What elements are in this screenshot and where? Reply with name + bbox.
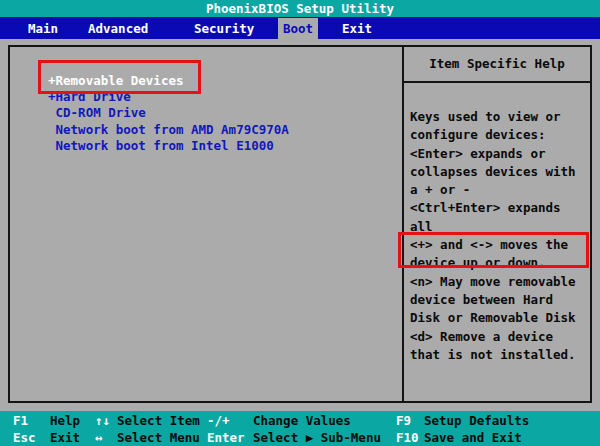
- help-line: collapses devices with: [410, 163, 588, 181]
- boot-item-removable-devices[interactable]: +Removable Devices: [48, 73, 289, 89]
- key-legend-row-2: Esc Exit ↔ Select Menu Enter Select ▶ Su…: [0, 429, 600, 446]
- boot-item-network-intel[interactable]: Network boot from Intel E1000: [48, 138, 289, 154]
- help-line-move-up: <+> and <-> moves the: [410, 236, 588, 254]
- item-specific-help-panel: Item Specific Help Keys used to view or …: [402, 47, 590, 401]
- key-updown-arrows-icon: ↑↓: [95, 412, 110, 429]
- key-f10: F10: [396, 429, 419, 446]
- label-save-and-exit: Save and Exit: [424, 429, 522, 446]
- label-help: Help: [50, 412, 80, 429]
- menu-bar: Main Advanced Security Boot Exit: [0, 18, 600, 39]
- help-text: Keys used to view or configure devices: …: [404, 83, 590, 364]
- key-minus-plus: -/+: [207, 412, 230, 429]
- help-panel-title: Item Specific Help: [404, 47, 590, 83]
- label-select-submenu: Select ▶ Sub-Menu: [253, 429, 381, 446]
- label-change-values: Change Values: [253, 412, 351, 429]
- help-line: Keys used to view or: [410, 108, 588, 126]
- label-setup-defaults: Setup Defaults: [424, 412, 529, 429]
- boot-panel: +Removable Devices +Hard Drive CD-ROM Dr…: [8, 45, 592, 403]
- label-select-item: Select Item: [117, 412, 200, 429]
- help-line: that is not installed.: [410, 346, 588, 364]
- help-line: <Enter> expands or: [410, 145, 588, 163]
- menu-tab-security[interactable]: Security: [194, 18, 254, 39]
- help-line: configure devices:: [410, 126, 588, 144]
- label-select-menu: Select Menu: [117, 429, 200, 446]
- key-legend-bar: F1 Help ↑↓ Select Item -/+ Change Values…: [0, 411, 600, 446]
- help-line: Disk or Removable Disk: [410, 309, 588, 327]
- menu-tab-exit[interactable]: Exit: [342, 18, 372, 39]
- menu-tab-boot[interactable]: Boot: [278, 18, 318, 39]
- key-leftright-arrows-icon: ↔: [95, 429, 103, 446]
- help-line-move-down: device up or down.: [410, 254, 588, 272]
- key-enter: Enter: [207, 429, 245, 446]
- key-esc: Esc: [13, 429, 36, 446]
- menu-tab-main[interactable]: Main: [28, 18, 58, 39]
- boot-item-hard-drive[interactable]: +Hard Drive: [48, 89, 289, 105]
- label-exit: Exit: [50, 429, 80, 446]
- key-f9: F9: [396, 412, 411, 429]
- window-title: PhoenixBIOS Setup Utility: [0, 0, 600, 18]
- help-line: all: [410, 218, 588, 236]
- boot-item-cdrom-drive[interactable]: CD-ROM Drive: [48, 105, 289, 121]
- help-line: <Ctrl+Enter> expands: [410, 199, 588, 217]
- boot-order-list: +Removable Devices +Hard Drive CD-ROM Dr…: [48, 73, 289, 154]
- help-line: <d> Remove a device: [410, 328, 588, 346]
- help-line: a + or -: [410, 181, 588, 199]
- help-line: device between Hard: [410, 291, 588, 309]
- boot-item-network-amd[interactable]: Network boot from AMD Am79C970A: [48, 122, 289, 138]
- help-line: <n> May move removable: [410, 273, 588, 291]
- bios-setup-screen: PhoenixBIOS Setup Utility Main Advanced …: [0, 0, 600, 446]
- key-f1: F1: [13, 412, 28, 429]
- key-legend-row-1: F1 Help ↑↓ Select Item -/+ Change Values…: [0, 412, 600, 429]
- menu-tab-advanced[interactable]: Advanced: [88, 18, 148, 39]
